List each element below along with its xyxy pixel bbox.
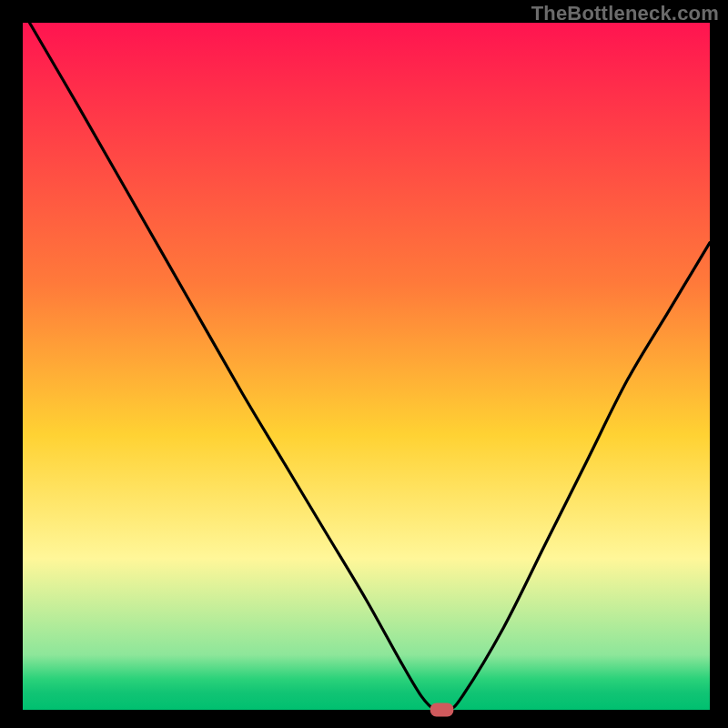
bottleneck-chart <box>0 0 728 728</box>
chart-stage: TheBottleneck.com <box>0 0 728 728</box>
plot-area <box>23 23 710 710</box>
optimum-marker <box>430 703 452 716</box>
watermark-text: TheBottleneck.com <box>531 2 719 25</box>
